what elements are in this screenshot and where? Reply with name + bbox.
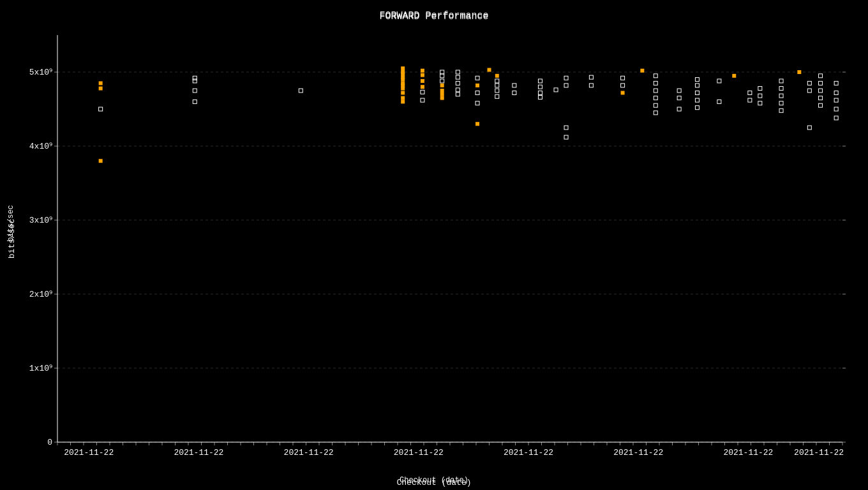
y-axis-label: bits/sec xyxy=(6,205,15,242)
chart-title: FORWARD Performance xyxy=(379,10,488,21)
x-axis-label: Checkout (date) xyxy=(400,476,468,485)
chart-container: FORWARD Performance bits/sec Checkout (d… xyxy=(0,0,868,490)
chart-canvas xyxy=(0,0,868,490)
